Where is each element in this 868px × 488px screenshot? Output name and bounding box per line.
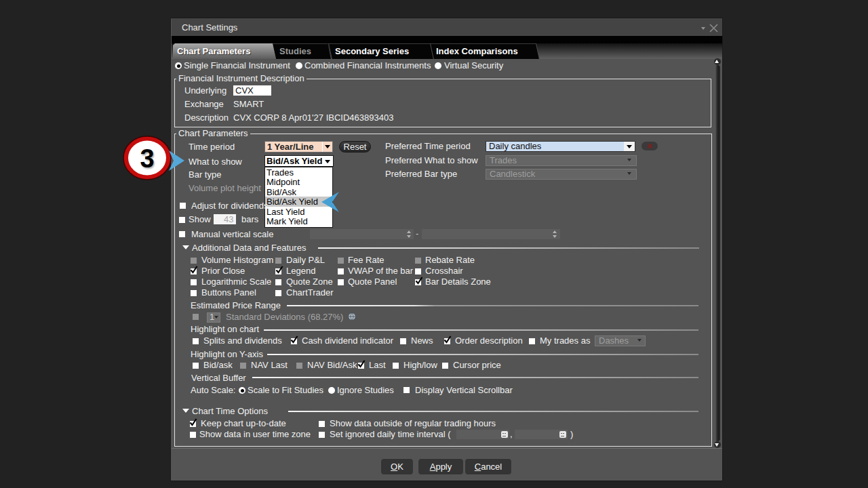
svg-text:3: 3 [140,144,154,173]
